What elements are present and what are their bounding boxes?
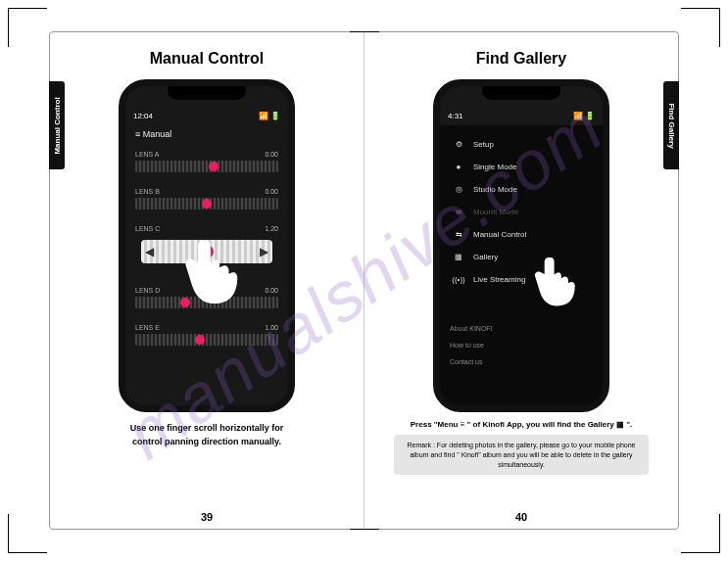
status-icons: 📶 🔋 — [259, 112, 280, 120]
slider-row-highlighted: LENS C1.20 ◀ ▶ — [125, 217, 288, 279]
page-number-left: 39 — [50, 511, 364, 523]
slider-row: LENS A0.00 — [125, 143, 288, 180]
status-icons: 📶 🔋 — [573, 112, 595, 120]
side-tab-label: Find Gallery — [667, 103, 676, 148]
chevron-left-icon: ◀ — [145, 245, 154, 258]
menu-item-manual: ⇆Manual Control — [450, 223, 593, 246]
menu-footer: About KINOFI How to use Contact us — [450, 320, 593, 370]
menu-panel: ⚙Setup ●Single Mode ◎Studio Mode ⇄Moonfi… — [440, 125, 603, 412]
circle-icon: ● — [452, 163, 465, 171]
broadcast-icon: ((•)) — [452, 275, 465, 284]
hand-pointer-icon — [533, 253, 577, 306]
slider-row: LENS B0.00 — [125, 180, 288, 217]
side-tab-manual-control: Manual Control — [49, 81, 65, 169]
phone-notch — [168, 86, 246, 100]
phone-mockup-left: 12:04 📶 🔋 ≡ Manual LENS A0.00 LENS B0.00… — [119, 79, 295, 412]
page-spread: Manual Control Manual Control 12:04 📶 🔋 … — [49, 31, 679, 530]
hand-pointer-icon — [182, 235, 241, 304]
slider-row: LENS E1.00 — [125, 316, 288, 353]
phone-notch — [482, 86, 560, 100]
menu-item-single: ●Single Mode — [450, 156, 593, 178]
corner-br — [681, 514, 720, 553]
caption-left: Use one finger scroll horizontally for c… — [66, 422, 348, 448]
status-time: 12:04 — [133, 112, 153, 120]
page-title-left: Manual Control — [66, 50, 348, 68]
target-icon: ◎ — [452, 185, 465, 194]
right-page: Find Gallery Find Gallery 4:31 📶 🔋 ⚙Setu… — [364, 32, 678, 529]
status-time: 4:31 — [448, 112, 463, 120]
center-tick-bottom — [350, 529, 379, 530]
gear-icon: ⚙ — [452, 140, 465, 149]
phone-screen-right: 4:31 📶 🔋 ⚙Setup ●Single Mode ◎Studio Mod… — [440, 86, 603, 405]
left-page: Manual Control Manual Control 12:04 📶 🔋 … — [50, 32, 364, 529]
side-tab-find-gallery: Find Gallery — [663, 81, 679, 169]
screen-header: ≡ Manual — [125, 125, 288, 143]
menu-item-moonfi: ⇄Moonfi Mode — [450, 201, 593, 223]
corner-bl — [8, 514, 47, 553]
phone-mockup-right: 4:31 📶 🔋 ⚙Setup ●Single Mode ◎Studio Mod… — [433, 79, 609, 412]
corner-tl — [8, 8, 47, 47]
remark-box: Remark : For deleting photos in the gall… — [394, 435, 649, 475]
menu-item-studio: ◎Studio Mode — [450, 178, 593, 201]
statusbar: 4:31 📶 🔋 — [440, 106, 603, 125]
swap-icon: ⇄ — [452, 208, 465, 216]
instruction-text: Press "Menu ≡ " of Kinofi App, you will … — [380, 420, 662, 429]
phone-screen-left: 12:04 📶 🔋 ≡ Manual LENS A0.00 LENS B0.00… — [125, 86, 288, 405]
menu-item-setup: ⚙Setup — [450, 133, 593, 156]
statusbar: 12:04 📶 🔋 — [125, 106, 288, 125]
gallery-icon: ▦ — [452, 253, 465, 261]
sliders-icon: ⇆ — [452, 230, 465, 239]
side-tab-label: Manual Control — [53, 97, 62, 154]
page-number-right: 40 — [364, 511, 678, 523]
page-title-right: Find Gallery — [380, 50, 662, 68]
corner-tr — [681, 8, 720, 47]
chevron-right-icon: ▶ — [260, 245, 268, 258]
